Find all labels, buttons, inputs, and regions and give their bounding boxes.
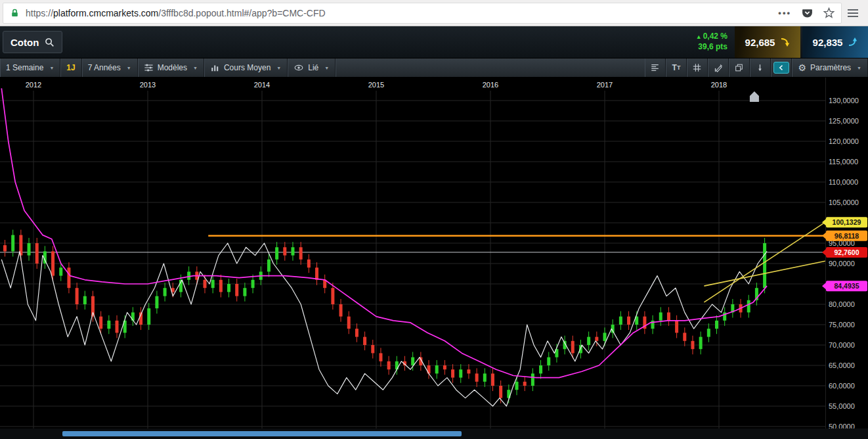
bar-chart-icon [210,63,220,72]
duplicate-window-icon[interactable] [729,58,750,77]
price-tag: 84,4935 [822,281,867,291]
svg-text:50,0000: 50,0000 [829,423,855,428]
average-price-dropdown[interactable]: Cours Moyen ▼ [204,58,288,77]
url-scheme: https:// [26,8,53,18]
chevron-down-icon: ▼ [276,66,281,70]
timeframe-dropdown[interactable]: 1 Semaine ▼ [0,58,60,77]
instrument-name: Coton [11,37,39,48]
change-points: 39,6 pts [696,42,727,53]
svg-text:70,0000: 70,0000 [829,341,855,349]
back-arrow-icon [773,62,789,74]
svg-text:55,0000: 55,0000 [829,402,855,410]
snap-marker-icon[interactable] [750,58,771,77]
svg-text:2012: 2012 [26,81,41,89]
chevron-down-icon: ▼ [324,66,329,70]
price-tag: 92,7600 [822,247,867,258]
price-change-block: ▲0,42 % 39,6 pts [696,32,727,52]
sell-price-button[interactable]: 92,685 [735,26,800,58]
drag-marker-handle[interactable] [750,91,759,102]
svg-text:84,4935: 84,4935 [835,282,859,290]
buy-price: 92,835 [813,37,843,48]
svg-text:2013: 2013 [140,81,156,89]
svg-text:120,0000: 120,0000 [829,137,859,145]
svg-text:2017: 2017 [597,81,613,89]
price-chart-canvas[interactable]: 2012201320142015201620172018130,0000125,… [0,78,868,428]
svg-text:2018: 2018 [711,81,727,89]
change-percent: 0,42 % [703,32,727,41]
chevron-down-icon: ▼ [193,66,198,70]
buy-arrow-up-icon [847,37,857,47]
settings-label: Paramètres [810,63,851,72]
interval-1j-button[interactable]: 1J [60,58,81,77]
models-dropdown[interactable]: Modèles ▼ [138,58,204,77]
url-host: platform.cmcmarkets.com [53,8,158,18]
sell-price: 92,685 [745,37,775,48]
gear-icon: ⚙ [798,63,806,72]
timeframe-label: 1 Semaine [6,63,43,72]
up-triangle-icon: ▲ [696,34,702,40]
browser-address-bar: https://platform.cmcmarkets.com/3fffbc8d… [0,0,868,26]
chevron-down-icon: ▼ [49,66,54,70]
menu-hamburger-icon[interactable] [842,2,864,24]
moving-average-series [1,88,767,377]
chevron-down-icon: ▼ [857,66,861,70]
chart-grid [0,78,826,428]
sliders-icon [144,63,154,72]
pocket-icon[interactable] [802,7,813,18]
svg-text:130,0000: 130,0000 [829,97,859,104]
instrument-header: Coton ▲0,42 % 39,6 pts 92,685 92,835 [0,26,868,58]
svg-text:115,0000: 115,0000 [829,158,858,166]
collapse-panel-button[interactable] [771,58,792,77]
chart-horizontal-scrollbar[interactable] [0,428,868,439]
bookmark-star-icon[interactable] [823,7,835,18]
search-icon[interactable] [45,37,54,47]
price-tag: 96,8118 [822,231,867,241]
sell-arrow-down-icon [779,37,790,47]
drawing-tools-icon[interactable] [708,58,729,77]
eye-icon [293,63,304,72]
average-label: Cours Moyen [224,63,271,72]
interval-list-icon[interactable] [645,58,666,77]
instrument-search-tab[interactable]: Coton [3,31,62,53]
url-path: /3fffbc8d.popout.html#/app?b=CMC-CFD [158,8,325,18]
svg-text:110,0000: 110,0000 [829,178,858,186]
interval-label: 1J [66,63,75,72]
models-label: Modèles [158,63,187,72]
range-dropdown[interactable]: 7 Années ▼ [82,58,138,77]
chart-toolbar: 1 Semaine ▼ 1J 7 Années ▼ Modèles ▼ Cour… [0,58,868,78]
url-field[interactable]: https://platform.cmcmarkets.com/3fffbc8d… [3,3,842,24]
svg-text:2014: 2014 [254,81,270,89]
range-label: 7 Années [88,63,121,72]
buy-price-button[interactable]: 92,835 [802,26,868,58]
svg-text:80,0000: 80,0000 [829,300,855,308]
svg-text:92,7600: 92,7600 [835,248,859,256]
svg-text:75,0000: 75,0000 [829,321,855,329]
svg-text:90,0000: 90,0000 [829,260,855,267]
url-text: https://platform.cmcmarkets.com/3fffbc8d… [26,8,326,18]
toolbar-spacer [336,58,645,77]
svg-text:65,0000: 65,0000 [829,361,855,369]
scrollbar-thumb[interactable] [62,431,462,436]
chevron-down-icon: ▼ [127,66,131,70]
text-size-icon[interactable]: TT [666,58,687,77]
svg-text:2016: 2016 [483,81,498,89]
candle-series [3,230,766,404]
svg-text:125,0000: 125,0000 [829,117,859,125]
svg-text:60,0000: 60,0000 [829,382,855,390]
svg-text:105,0000: 105,0000 [829,198,859,206]
y-axis-tick-labels: 130,0000125,0000120,0000115,0000110,0000… [829,97,859,428]
svg-text:2015: 2015 [368,81,384,89]
linked-label: Lié [308,63,318,72]
settings-dropdown[interactable]: ⚙ Paramètres ▼ [792,58,868,77]
x-axis-year-labels: 2012201320142015201620172018 [26,81,727,89]
grid-toggle-icon[interactable] [687,58,708,77]
price-tag: 100,1329 [822,217,867,227]
linked-dropdown[interactable]: Lié ▼ [288,58,336,77]
https-lock-icon[interactable] [10,8,20,18]
svg-text:100,1329: 100,1329 [833,218,861,226]
page-actions-icon[interactable]: ••• [778,8,791,18]
svg-text:96,8118: 96,8118 [835,232,859,240]
